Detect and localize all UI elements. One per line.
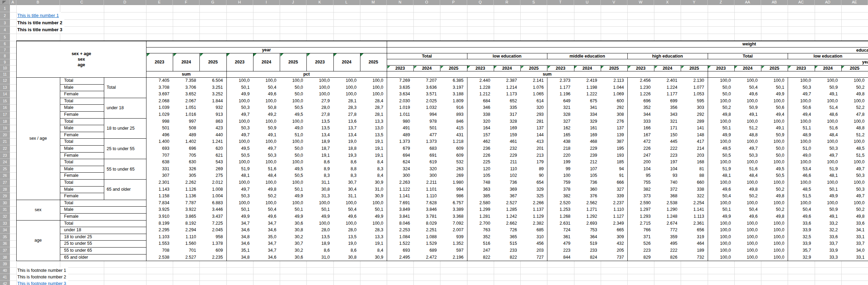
data-cell[interactable]: 2.295: [146, 227, 169, 234]
year-cell-2023[interactable]: 2023: [146, 53, 173, 71]
data-cell[interactable]: 50,1: [360, 206, 383, 213]
data-cell[interactable]: 8,4: [360, 247, 383, 254]
row-group-label[interactable]: 25 to under 55: [107, 138, 143, 159]
column-header-E[interactable]: E: [146, 0, 173, 5]
data-cell[interactable]: 1.122: [387, 186, 410, 193]
data-cell[interactable]: 100,0: [734, 234, 758, 241]
data-cell[interactable]: 3.197: [440, 84, 463, 91]
row-header-17[interactable]: 17: [0, 111, 10, 118]
data-cell[interactable]: 1.029: [146, 111, 169, 118]
row-header-24[interactable]: 24: [0, 159, 10, 166]
data-cell[interactable]: 736: [574, 179, 597, 186]
row-header-18[interactable]: 18: [0, 118, 10, 125]
data-cell[interactable]: 201: [520, 145, 544, 152]
column-header-Y[interactable]: Y: [681, 0, 707, 5]
data-cell[interactable]: 100,0: [280, 200, 303, 207]
data-cell[interactable]: 50,9: [253, 125, 276, 132]
data-cell[interactable]: 100,0: [306, 220, 330, 227]
data-cell[interactable]: 49,1: [761, 125, 784, 132]
row-header-40[interactable]: 40: [0, 267, 10, 274]
row-header-11[interactable]: 11: [0, 71, 10, 78]
data-cell[interactable]: 48,1: [226, 172, 250, 179]
row-header-22[interactable]: 22: [0, 145, 10, 152]
data-cell[interactable]: 100,0: [226, 98, 250, 105]
row-label[interactable]: 55 to under 65: [64, 247, 144, 254]
data-cell[interactable]: 51,6: [815, 125, 838, 132]
row-label[interactable]: Male: [64, 145, 102, 152]
data-cell[interactable]: 3.188: [440, 91, 463, 98]
data-cell[interactable]: 2.419: [574, 77, 597, 84]
data-cell[interactable]: 303: [681, 104, 704, 111]
data-cell[interactable]: 1.158: [146, 193, 169, 200]
year-cell-2024[interactable]: 2024: [494, 66, 520, 71]
data-cell[interactable]: 822: [494, 254, 517, 261]
data-cell[interactable]: 100,0: [226, 179, 250, 186]
data-cell[interactable]: 100,0: [708, 118, 731, 125]
data-cell[interactable]: 50,1: [280, 206, 303, 213]
data-cell[interactable]: 33,9: [815, 247, 838, 254]
data-cell[interactable]: 2.401: [654, 77, 677, 84]
data-cell[interactable]: 88: [681, 172, 704, 179]
data-cell[interactable]: 477: [413, 132, 437, 139]
data-cell[interactable]: 19,1: [306, 152, 330, 159]
row-label[interactable]: 18 to under 25: [64, 234, 144, 241]
data-cell[interactable]: 104: [627, 166, 651, 173]
data-cell[interactable]: 223: [547, 247, 570, 254]
data-cell[interactable]: 32,5: [788, 234, 811, 241]
data-cell[interactable]: 292: [601, 104, 624, 111]
data-cell[interactable]: 50,2: [253, 193, 276, 200]
data-cell[interactable]: 7.834: [146, 200, 169, 207]
data-cell[interactable]: 150: [654, 132, 677, 139]
data-cell[interactable]: 218: [547, 145, 570, 152]
data-cell[interactable]: 105: [467, 172, 490, 179]
data-cell[interactable]: 30,4: [333, 186, 357, 193]
row-header-23[interactable]: 23: [0, 152, 10, 159]
row-label[interactable]: Male: [64, 166, 102, 173]
data-cell[interactable]: 339: [601, 193, 624, 200]
row-group-label[interactable]: 55 to under 65: [107, 159, 143, 179]
data-cell[interactable]: 100,0: [815, 179, 838, 186]
data-cell[interactable]: 50,1: [280, 186, 303, 193]
data-cell[interactable]: 693: [387, 247, 410, 254]
data-cell[interactable]: 33,6: [841, 220, 865, 227]
data-cell[interactable]: 679: [387, 145, 410, 152]
data-cell[interactable]: 50,4: [734, 206, 758, 213]
data-cell[interactable]: 595: [681, 98, 704, 105]
data-cell[interactable]: 50,1: [306, 206, 330, 213]
data-cell[interactable]: 359: [654, 234, 677, 241]
data-cell[interactable]: 49,7: [815, 152, 838, 159]
data-cell[interactable]: 8,6: [306, 159, 330, 166]
data-cell[interactable]: 2.382: [520, 220, 544, 227]
row-label[interactable]: 25 to under 55: [64, 240, 144, 247]
data-cell[interactable]: 13,5: [306, 234, 330, 241]
data-cell[interactable]: 100,0: [280, 98, 303, 105]
data-cell[interactable]: 382: [627, 186, 651, 193]
data-cell[interactable]: 1.378: [199, 240, 223, 247]
data-cell[interactable]: 1.076: [520, 84, 544, 91]
data-cell[interactable]: 100,0: [253, 159, 276, 166]
row-header-30[interactable]: 30: [0, 200, 10, 207]
data-cell[interactable]: 1.560: [173, 240, 196, 247]
data-cell[interactable]: 51,5: [788, 193, 811, 200]
data-cell[interactable]: 320: [413, 166, 437, 173]
data-cell[interactable]: 1.008: [199, 186, 223, 193]
stub-header-cell[interactable]: sex + age sex age: [17, 41, 146, 77]
data-cell[interactable]: 100,0: [815, 159, 838, 166]
year-cell-2023[interactable]: 2023: [788, 66, 814, 71]
data-cell[interactable]: 3.571: [413, 91, 437, 98]
data-cell[interactable]: 100,0: [841, 179, 865, 186]
data-cell[interactable]: 373: [627, 193, 651, 200]
data-cell[interactable]: 100,0: [841, 77, 865, 84]
data-cell[interactable]: 100,0: [280, 138, 303, 145]
data-cell[interactable]: 3.910: [146, 213, 169, 220]
data-cell[interactable]: 49,9: [708, 132, 731, 139]
data-cell[interactable]: 916: [440, 104, 463, 111]
data-cell[interactable]: 1.077: [681, 84, 704, 91]
data-cell[interactable]: 338: [467, 111, 490, 118]
data-cell[interactable]: 683: [413, 145, 437, 152]
data-cell[interactable]: 696: [173, 145, 196, 152]
data-cell[interactable]: 1.065: [520, 91, 544, 98]
data-cell[interactable]: 91: [601, 172, 624, 179]
data-cell[interactable]: 169: [494, 125, 517, 132]
data-cell[interactable]: 2.263: [387, 179, 410, 186]
